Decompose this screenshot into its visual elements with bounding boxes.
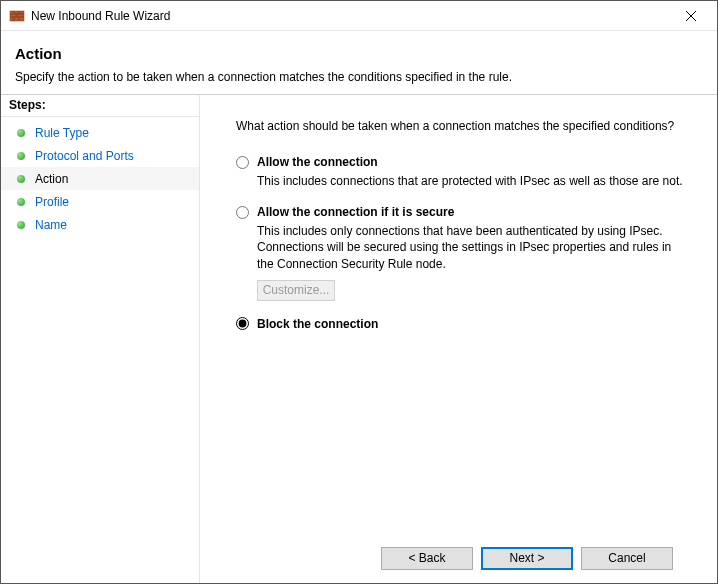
close-icon xyxy=(686,11,696,21)
bullet-icon xyxy=(17,221,25,229)
footer-buttons: < Back Next > Cancel xyxy=(236,533,689,583)
option-block-label: Block the connection xyxy=(257,317,378,331)
step-rule-type[interactable]: Rule Type xyxy=(1,121,199,144)
back-button[interactable]: < Back xyxy=(381,547,473,570)
steps-panel: Steps: Rule Type Protocol and Ports Acti… xyxy=(1,94,199,583)
option-allow-secure-desc: This includes only connections that have… xyxy=(257,223,689,272)
radio-block[interactable] xyxy=(236,317,249,330)
option-allow-label: Allow the connection xyxy=(257,155,378,169)
cancel-button[interactable]: Cancel xyxy=(581,547,673,570)
step-protocol-ports[interactable]: Protocol and Ports xyxy=(1,144,199,167)
page-subtitle: Specify the action to be taken when a co… xyxy=(15,70,703,84)
bullet-icon xyxy=(17,152,25,160)
window-title: New Inbound Rule Wizard xyxy=(31,9,671,23)
option-allow-secure-label: Allow the connection if it is secure xyxy=(257,205,454,219)
step-action[interactable]: Action xyxy=(1,167,199,190)
option-allow-desc: This includes connections that are prote… xyxy=(257,173,689,189)
step-profile[interactable]: Profile xyxy=(1,190,199,213)
step-label: Protocol and Ports xyxy=(35,149,134,163)
radio-allow-secure[interactable] xyxy=(236,206,249,219)
page-header: Action Specify the action to be taken wh… xyxy=(1,31,717,94)
step-label: Rule Type xyxy=(35,126,89,140)
next-button[interactable]: Next > xyxy=(481,547,573,570)
question-text: What action should be taken when a conne… xyxy=(236,119,689,133)
radio-allow[interactable] xyxy=(236,156,249,169)
option-block: Block the connection xyxy=(236,317,689,335)
page-title: Action xyxy=(15,45,703,62)
option-allow-secure: Allow the connection if it is secure Thi… xyxy=(236,205,689,301)
content-area: Steps: Rule Type Protocol and Ports Acti… xyxy=(1,94,717,583)
step-name[interactable]: Name xyxy=(1,213,199,236)
titlebar: New Inbound Rule Wizard xyxy=(1,1,717,31)
step-label: Action xyxy=(35,172,68,186)
firewall-icon xyxy=(9,8,25,24)
customize-button: Customize... xyxy=(257,280,335,301)
bullet-icon xyxy=(17,198,25,206)
main-panel: What action should be taken when a conne… xyxy=(199,94,717,583)
step-label: Name xyxy=(35,218,67,232)
steps-list: Rule Type Protocol and Ports Action Prof… xyxy=(1,117,199,240)
close-button[interactable] xyxy=(671,2,711,30)
bullet-icon xyxy=(17,129,25,137)
steps-header: Steps: xyxy=(1,95,199,117)
bullet-icon xyxy=(17,175,25,183)
option-allow: Allow the connection This includes conne… xyxy=(236,155,689,189)
step-label: Profile xyxy=(35,195,69,209)
